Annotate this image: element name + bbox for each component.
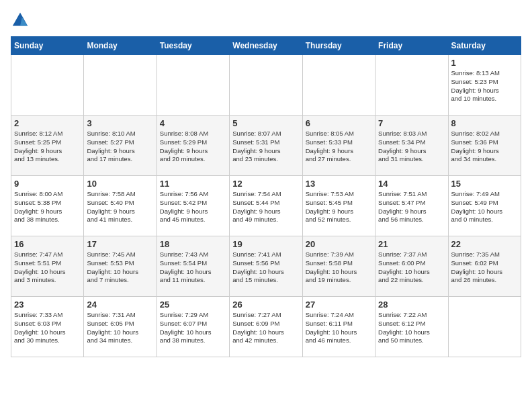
day-number: 1 (451, 58, 518, 68)
cell-content: Sunrise: 7:31 AM Sunset: 6:05 PM Dayligh… (87, 311, 153, 345)
cell-content: Sunrise: 8:00 AM Sunset: 5:38 PM Dayligh… (14, 190, 81, 224)
cell-content: Sunrise: 8:02 AM Sunset: 5:36 PM Dayligh… (451, 130, 518, 164)
calendar-table: SundayMondayTuesdayWednesdayThursdayFrid… (11, 36, 521, 357)
calendar-week-5: 23Sunrise: 7:33 AM Sunset: 6:03 PM Dayli… (11, 297, 521, 357)
calendar-cell: 3Sunrise: 8:10 AM Sunset: 5:27 PM Daylig… (84, 116, 157, 176)
day-number: 28 (378, 300, 445, 310)
calendar-body: 1Sunrise: 8:13 AM Sunset: 5:23 PM Daylig… (11, 55, 521, 357)
cell-content: Sunrise: 7:47 AM Sunset: 5:51 PM Dayligh… (14, 250, 81, 285)
calendar-week-3: 9Sunrise: 8:00 AM Sunset: 5:38 PM Daylig… (11, 176, 521, 236)
day-number: 15 (451, 179, 518, 189)
calendar-cell: 12Sunrise: 7:54 AM Sunset: 5:44 PM Dayli… (230, 176, 302, 236)
day-number: 16 (14, 239, 81, 249)
day-number: 18 (160, 239, 226, 249)
day-number: 4 (160, 118, 226, 128)
calendar-cell (84, 55, 157, 116)
weekday-header-wednesday: Wednesday (230, 37, 302, 55)
cell-content: Sunrise: 8:13 AM Sunset: 5:23 PM Dayligh… (451, 69, 518, 103)
cell-content: Sunrise: 7:58 AM Sunset: 5:40 PM Dayligh… (87, 190, 153, 224)
day-number: 10 (87, 179, 153, 189)
weekday-header-tuesday: Tuesday (157, 37, 229, 55)
day-number: 25 (160, 300, 226, 310)
calendar-week-2: 2Sunrise: 8:12 AM Sunset: 5:25 PM Daylig… (11, 116, 521, 176)
calendar-cell: 18Sunrise: 7:43 AM Sunset: 5:54 PM Dayli… (157, 236, 229, 297)
calendar-cell: 27Sunrise: 7:24 AM Sunset: 6:11 PM Dayli… (302, 297, 375, 357)
weekday-header-sunday: Sunday (11, 37, 84, 55)
calendar-cell: 5Sunrise: 8:07 AM Sunset: 5:31 PM Daylig… (230, 116, 302, 176)
cell-content: Sunrise: 8:08 AM Sunset: 5:29 PM Dayligh… (160, 130, 226, 164)
cell-content: Sunrise: 7:33 AM Sunset: 6:03 PM Dayligh… (14, 311, 81, 345)
calendar-cell (230, 55, 302, 116)
weekday-row: SundayMondayTuesdayWednesdayThursdayFrid… (11, 37, 521, 55)
calendar-cell: 22Sunrise: 7:35 AM Sunset: 6:02 PM Dayli… (448, 236, 521, 297)
calendar-week-1: 1Sunrise: 8:13 AM Sunset: 5:23 PM Daylig… (11, 55, 521, 116)
day-number: 13 (306, 179, 372, 189)
calendar-cell: 2Sunrise: 8:12 AM Sunset: 5:25 PM Daylig… (11, 116, 84, 176)
cell-content: Sunrise: 7:39 AM Sunset: 5:58 PM Dayligh… (306, 250, 372, 285)
cell-content: Sunrise: 7:24 AM Sunset: 6:11 PM Dayligh… (306, 311, 372, 345)
calendar-cell: 15Sunrise: 7:49 AM Sunset: 5:49 PM Dayli… (448, 176, 521, 236)
calendar-cell: 11Sunrise: 7:56 AM Sunset: 5:42 PM Dayli… (157, 176, 229, 236)
cell-content: Sunrise: 8:10 AM Sunset: 5:27 PM Dayligh… (87, 130, 153, 164)
calendar-cell: 24Sunrise: 7:31 AM Sunset: 6:05 PM Dayli… (84, 297, 157, 357)
cell-content: Sunrise: 7:49 AM Sunset: 5:49 PM Dayligh… (451, 190, 518, 224)
logo (11, 11, 32, 30)
calendar-cell (11, 55, 84, 116)
calendar-cell: 13Sunrise: 7:53 AM Sunset: 5:45 PM Dayli… (302, 176, 375, 236)
calendar-cell (302, 55, 375, 116)
day-number: 23 (14, 300, 81, 310)
calendar-cell: 4Sunrise: 8:08 AM Sunset: 5:29 PM Daylig… (157, 116, 229, 176)
calendar-cell: 25Sunrise: 7:29 AM Sunset: 6:07 PM Dayli… (157, 297, 229, 357)
day-number: 5 (232, 118, 299, 128)
calendar-cell: 26Sunrise: 7:27 AM Sunset: 6:09 PM Dayli… (230, 297, 302, 357)
day-number: 27 (306, 300, 372, 310)
cell-content: Sunrise: 7:54 AM Sunset: 5:44 PM Dayligh… (232, 190, 299, 224)
cell-content: Sunrise: 7:45 AM Sunset: 5:53 PM Dayligh… (87, 250, 153, 285)
day-number: 19 (232, 239, 299, 249)
calendar-cell: 16Sunrise: 7:47 AM Sunset: 5:51 PM Dayli… (11, 236, 84, 297)
day-number: 22 (451, 239, 518, 249)
cell-content: Sunrise: 7:22 AM Sunset: 6:12 PM Dayligh… (378, 311, 445, 345)
day-number: 26 (232, 300, 299, 310)
cell-content: Sunrise: 7:35 AM Sunset: 6:02 PM Dayligh… (451, 250, 518, 285)
calendar-cell: 9Sunrise: 8:00 AM Sunset: 5:38 PM Daylig… (11, 176, 84, 236)
calendar-cell: 21Sunrise: 7:37 AM Sunset: 6:00 PM Dayli… (375, 236, 448, 297)
cell-content: Sunrise: 8:12 AM Sunset: 5:25 PM Dayligh… (14, 130, 81, 164)
cell-content: Sunrise: 8:03 AM Sunset: 5:34 PM Dayligh… (378, 130, 445, 164)
calendar-cell: 7Sunrise: 8:03 AM Sunset: 5:34 PM Daylig… (375, 116, 448, 176)
day-number: 20 (306, 239, 372, 249)
cell-content: Sunrise: 7:43 AM Sunset: 5:54 PM Dayligh… (160, 250, 226, 285)
weekday-header-friday: Friday (375, 37, 448, 55)
day-number: 3 (87, 118, 153, 128)
calendar-cell (375, 55, 448, 116)
day-number: 2 (14, 118, 81, 128)
cell-content: Sunrise: 7:56 AM Sunset: 5:42 PM Dayligh… (160, 190, 226, 224)
calendar-cell: 20Sunrise: 7:39 AM Sunset: 5:58 PM Dayli… (302, 236, 375, 297)
cell-content: Sunrise: 7:27 AM Sunset: 6:09 PM Dayligh… (232, 311, 299, 345)
calendar-cell: 14Sunrise: 7:51 AM Sunset: 5:47 PM Dayli… (375, 176, 448, 236)
day-number: 12 (232, 179, 299, 189)
calendar-cell: 19Sunrise: 7:41 AM Sunset: 5:56 PM Dayli… (230, 236, 302, 297)
cell-content: Sunrise: 7:41 AM Sunset: 5:56 PM Dayligh… (232, 250, 299, 285)
weekday-header-monday: Monday (84, 37, 157, 55)
cell-content: Sunrise: 8:07 AM Sunset: 5:31 PM Dayligh… (232, 130, 299, 164)
calendar-cell (157, 55, 229, 116)
calendar-cell: 17Sunrise: 7:45 AM Sunset: 5:53 PM Dayli… (84, 236, 157, 297)
calendar-week-4: 16Sunrise: 7:47 AM Sunset: 5:51 PM Dayli… (11, 236, 521, 297)
weekday-header-saturday: Saturday (448, 37, 521, 55)
calendar-cell: 1Sunrise: 8:13 AM Sunset: 5:23 PM Daylig… (448, 55, 521, 116)
calendar-cell: 6Sunrise: 8:05 AM Sunset: 5:33 PM Daylig… (302, 116, 375, 176)
cell-content: Sunrise: 8:05 AM Sunset: 5:33 PM Dayligh… (306, 130, 372, 164)
calendar-cell: 23Sunrise: 7:33 AM Sunset: 6:03 PM Dayli… (11, 297, 84, 357)
calendar-cell: 10Sunrise: 7:58 AM Sunset: 5:40 PM Dayli… (84, 176, 157, 236)
cell-content: Sunrise: 7:37 AM Sunset: 6:00 PM Dayligh… (378, 250, 445, 285)
day-number: 24 (87, 300, 153, 310)
day-number: 8 (451, 118, 518, 128)
cell-content: Sunrise: 7:51 AM Sunset: 5:47 PM Dayligh… (378, 190, 445, 224)
cell-content: Sunrise: 7:53 AM Sunset: 5:45 PM Dayligh… (306, 190, 372, 224)
calendar-header: SundayMondayTuesdayWednesdayThursdayFrid… (11, 37, 521, 55)
day-number: 14 (378, 179, 445, 189)
logo-icon (11, 11, 30, 30)
day-number: 6 (306, 118, 372, 128)
calendar-cell: 28Sunrise: 7:22 AM Sunset: 6:12 PM Dayli… (375, 297, 448, 357)
